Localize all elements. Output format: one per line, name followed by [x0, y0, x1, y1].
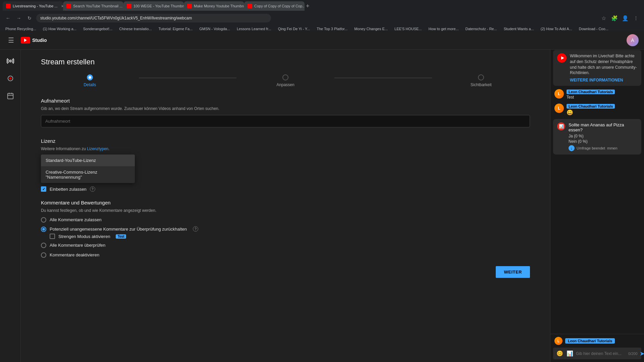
- aufnahmeort-desc: Gib an, wo dein Stream aufgenommen wurde…: [41, 106, 530, 111]
- chat-messages: Willkommen im Livechat! Bitte achte auf …: [550, 47, 644, 334]
- header-right: A: [627, 34, 639, 46]
- einbetten-row: Einbetten zulassen ?: [41, 186, 530, 192]
- kommentare-title: Kommentare und Bewertungen: [41, 200, 530, 205]
- kommentare-label-3: Alle Kommentare überprüfen: [50, 242, 105, 248]
- chat-msg-2-content: Leon Chaudhari Tutorials 😀: [567, 104, 615, 116]
- svg-point-2: [9, 77, 11, 79]
- test-badge: Test: [116, 234, 126, 239]
- poll-status: Umfrage beendet: [577, 146, 605, 150]
- aufnahmeort-input[interactable]: [41, 115, 530, 127]
- chat-yt-icon: [557, 53, 567, 63]
- emoji-icon[interactable]: 😊: [556, 350, 564, 357]
- tab-favicon-1: [6, 4, 11, 8]
- kommentare-radio-1[interactable]: [41, 217, 46, 223]
- reload-btn[interactable]: ↻: [25, 14, 34, 22]
- lizenz-info-suffix: .: [108, 146, 109, 151]
- extensions-btn[interactable]: 🧩: [610, 14, 619, 22]
- tab-favicon-4: [187, 4, 192, 8]
- tab-5[interactable]: Copy of Copy of Copy of Cop... ✕: [244, 1, 305, 11]
- tab-1[interactable]: Livestreaming - YouTube ... ✕: [3, 1, 63, 11]
- progress-steps: Details Anpassen Sichtbarkeit: [41, 74, 530, 87]
- kommentare-label-4: Kommentare deaktivieren: [50, 252, 99, 258]
- poll-end-icon: ↓: [569, 145, 575, 151]
- strengen-row: Strengen Modus aktivieren Test: [50, 234, 530, 239]
- chat-welcome-link[interactable]: WEITERE INFORMATIONEN: [570, 78, 637, 82]
- chat-avatar-2: L: [554, 104, 564, 113]
- license-option-2[interactable]: Creative-Commons-Lizenz "Namensnennung": [41, 166, 135, 183]
- einbetten-help-icon[interactable]: ?: [90, 186, 95, 192]
- tab-4[interactable]: Make Money Youtube Thumbn... ✕: [184, 1, 244, 11]
- chat-msg-2: L Leon Chaudhari Tutorials 😀: [553, 103, 641, 116]
- chat-name-badge-2: Leon Chaudhari Tutorials: [567, 104, 615, 109]
- chat-welcome-content: Willkommen im Livechat! Bitte achte auf …: [570, 53, 637, 82]
- kommentare-option-2-container: Potenziell unangemessene Kommentare zur …: [41, 226, 530, 239]
- kommentare-label-1: Alle Kommentare zulassen: [50, 217, 102, 223]
- address-text: studio.youtube.com/channel/UCTa5FWVn0gUk…: [40, 16, 192, 20]
- step-circle-details: [87, 74, 93, 80]
- chat-name-badge-1: Leon Chaudhari Tutorials: [567, 89, 615, 94]
- schedule-icon-btn[interactable]: [3, 88, 18, 103]
- lizenz-info: Weitere Informationen zu Lizenztypen.: [41, 146, 530, 151]
- yt-studio-header: ☰ Studio A: [0, 31, 644, 50]
- back-btn[interactable]: ←: [4, 14, 12, 22]
- new-tab-btn[interactable]: +: [306, 3, 310, 10]
- kommentare-option-1-row: Alle Kommentare zulassen: [41, 217, 530, 223]
- weiter-button[interactable]: WEITER: [496, 266, 530, 278]
- chat-welcome-card: Willkommen im Livechat! Bitte achte auf …: [553, 50, 641, 86]
- chat-panel: Top Chat ▾ ⋮ Willkommen im Livechat! Bit…: [550, 31, 644, 362]
- chat-input-avatar: L: [554, 337, 562, 345]
- form-inner: Stream erstellen Details Anpassen Sichtb…: [21, 50, 550, 362]
- address-bar[interactable]: studio.youtube.com/channel/UCTa5FWVn0gUk…: [36, 14, 271, 22]
- poll-stimmen-label: mmen: [607, 146, 618, 150]
- kommentare-option-3-row: Alle Kommentare überprüfen: [41, 242, 530, 248]
- kommentare-radio-4[interactable]: [41, 252, 46, 258]
- kommentare-radio-group: Alle Kommentare zulassen Potenziell unan…: [41, 217, 530, 258]
- yt-logo: Studio: [21, 37, 47, 44]
- poll-question: Sollte man Ananas auf Pizza essen?: [569, 122, 637, 132]
- kommentare-radio-3[interactable]: [41, 243, 46, 248]
- tab-2[interactable]: Search YouTube Thumbnail ... ✕: [63, 1, 123, 11]
- chat-input-row: 😊 📊 0/200 ➤: [553, 348, 641, 359]
- chat-counter: 0/200: [628, 352, 638, 356]
- chat-text-input[interactable]: [576, 351, 626, 356]
- lizenz-title: Lizenz: [41, 138, 530, 144]
- poll-icon: 📊: [557, 122, 565, 130]
- step-line-1: [139, 78, 237, 78]
- browser-chrome: Livestreaming - YouTube ... ✕ Search You…: [0, 0, 644, 31]
- tab-label-4: Make Money Youtube Thumbn...: [194, 4, 244, 8]
- send-button[interactable]: ➤: [640, 350, 644, 357]
- einbetten-label: Einbetten zulassen: [50, 187, 87, 192]
- kommentare-help-icon[interactable]: ?: [193, 226, 198, 232]
- license-option-1[interactable]: Standard-YouTube-Lizenz: [41, 155, 135, 166]
- lizenz-section: Lizenz Weitere Informationen zu Lizenzty…: [41, 138, 530, 192]
- icon-sidebar: [0, 50, 21, 362]
- user-avatar[interactable]: A: [627, 34, 639, 46]
- step-anpassen: Anpassen: [236, 74, 334, 87]
- lizenz-info-link[interactable]: Lizenztypen: [87, 146, 108, 151]
- profile-btn[interactable]: 👤: [621, 14, 629, 22]
- kommentare-radio-2[interactable]: [41, 227, 46, 232]
- chat-input-user-name: Leon Chaudhari Tutorials: [565, 338, 615, 344]
- poll-card: 📊 Sollte man Ananas auf Pizza essen? Ja …: [553, 119, 641, 155]
- hamburger-icon[interactable]: ☰: [5, 34, 17, 47]
- einbetten-checkbox[interactable]: [41, 186, 46, 192]
- aufnahmeort-section: Aufnahmeort Gib an, wo dein Stream aufge…: [41, 98, 530, 130]
- record-icon-btn[interactable]: [3, 71, 18, 86]
- chat-msg-1-content: Leon Chaudhari Tutorials Test: [567, 89, 615, 100]
- strengen-checkbox[interactable]: [50, 234, 55, 239]
- license-dropdown: Standard-YouTube-Lizenz Creative-Commons…: [41, 155, 135, 183]
- chart-icon[interactable]: 📊: [566, 350, 574, 357]
- bookmark-star[interactable]: ☆: [600, 14, 608, 22]
- chat-welcome-text: Willkommen im Livechat! Bitte achte auf …: [570, 53, 637, 76]
- tab-3[interactable]: 100 WEGE - YouTube Thumbn... ✕: [123, 1, 184, 11]
- step-circle-sichtbarkeit: [478, 74, 484, 80]
- tab-favicon-5: [248, 4, 252, 8]
- svg-point-0: [9, 60, 11, 62]
- forward-btn[interactable]: →: [15, 14, 23, 22]
- menu-btn[interactable]: ⋮: [632, 14, 640, 22]
- kommentare-label-2: Potenziell unangemessene Kommentare zur …: [50, 226, 187, 232]
- kommentare-section: Kommentare und Bewertungen Du kannst fes…: [41, 200, 530, 258]
- poll-ended: ↓ Umfrage beendet mmen: [569, 145, 637, 151]
- live-stream-icon-btn[interactable]: [3, 54, 18, 68]
- step-circle-anpassen: [282, 74, 288, 80]
